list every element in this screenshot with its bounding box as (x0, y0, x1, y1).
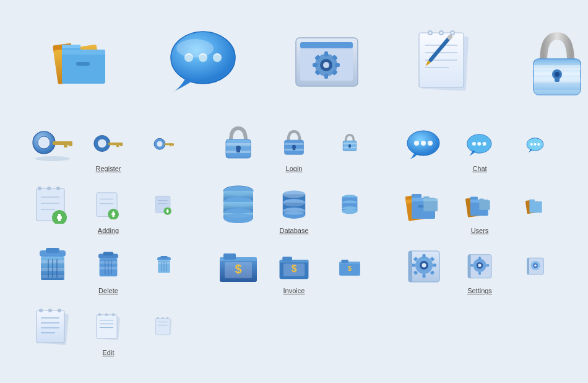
users-folders-large (396, 188, 452, 224)
users-group: Users (396, 188, 563, 234)
chat-bubble-medium (452, 133, 508, 158)
svg-point-90 (483, 142, 486, 146)
svg-point-221 (478, 264, 481, 267)
svg-rect-212 (433, 264, 436, 267)
svg-point-88 (472, 142, 476, 146)
delete-label[interactable]: Delete (98, 287, 118, 294)
svg-rect-46 (534, 65, 581, 70)
adding-notepad-medium (80, 188, 136, 219)
svg-rect-3 (62, 50, 105, 84)
adding-icons (25, 183, 192, 224)
svg-point-253 (157, 317, 159, 319)
svg-rect-223 (478, 272, 481, 275)
svg-rect-24 (313, 63, 318, 67)
delete-invoice-settings-row: Delete (19, 242, 569, 297)
svg-point-44 (451, 32, 454, 34)
svg-rect-7 (76, 62, 90, 66)
svg-point-246 (98, 313, 101, 315)
svg-rect-61 (116, 143, 119, 147)
svg-rect-222 (478, 257, 481, 260)
svg-rect-195 (223, 253, 236, 260)
database-icons (210, 183, 378, 224)
adding-notepad-small (136, 193, 192, 215)
svg-rect-69 (226, 143, 251, 146)
svg-point-137 (283, 199, 305, 206)
svg-rect-185 (160, 256, 167, 258)
chat-bubble-large-icon (167, 30, 241, 97)
svg-rect-101 (58, 214, 61, 221)
delete-trash-medium (80, 249, 136, 280)
settings-book-medium (452, 252, 508, 280)
svg-rect-210 (423, 274, 426, 278)
users-label[interactable]: Users (471, 227, 489, 234)
login-padlock-small (322, 132, 378, 153)
database-small (322, 193, 378, 215)
svg-point-15 (213, 55, 222, 63)
svg-rect-67 (172, 143, 174, 146)
svg-rect-5 (62, 45, 80, 48)
svg-point-94 (537, 143, 540, 146)
svg-rect-200 (282, 257, 292, 262)
svg-point-57 (35, 156, 70, 161)
svg-rect-56 (69, 141, 72, 146)
edit-row: Edit (19, 302, 569, 359)
login-padlock-large (210, 123, 266, 162)
svg-rect-250 (156, 318, 170, 335)
users-folder-large-icon (43, 31, 118, 95)
svg-point-84 (414, 141, 419, 146)
svg-point-128 (223, 213, 253, 223)
svg-point-126 (223, 197, 253, 207)
users-folders-medium (452, 192, 508, 219)
svg-point-208 (422, 263, 426, 268)
large-icons-row (19, 12, 569, 120)
register-label[interactable]: Register (96, 165, 121, 172)
svg-rect-177 (103, 252, 114, 256)
svg-rect-155 (423, 199, 438, 201)
chat-bubble-large (396, 130, 452, 162)
login-padlock-medium (266, 128, 322, 157)
svg-rect-217 (409, 251, 412, 282)
padlock-large-icon (526, 25, 588, 102)
edit-group: Edit (25, 306, 192, 356)
edit-notepad-large (25, 306, 80, 346)
invoice-label[interactable]: Invoice (283, 287, 305, 294)
svg-point-42 (429, 32, 431, 34)
invoice-small: $ (322, 257, 378, 277)
database-medium (266, 188, 322, 219)
users-folders-small (508, 196, 563, 216)
svg-point-59 (98, 139, 106, 147)
svg-point-9 (176, 39, 214, 58)
database-group: Database (210, 183, 378, 234)
svg-rect-226 (468, 255, 471, 278)
svg-rect-165 (529, 201, 542, 213)
svg-rect-116 (167, 209, 168, 213)
svg-rect-66 (170, 143, 171, 146)
database-label[interactable]: Database (279, 227, 308, 234)
svg-rect-168 (46, 248, 59, 253)
register-icons (25, 128, 192, 162)
svg-rect-6 (62, 50, 105, 55)
svg-rect-74 (285, 143, 304, 145)
svg-point-104 (56, 187, 60, 190)
svg-point-230 (534, 265, 537, 267)
svg-point-13 (184, 55, 193, 63)
svg-rect-242 (97, 314, 117, 338)
svg-rect-79 (343, 143, 357, 144)
svg-rect-233 (37, 310, 64, 343)
svg-rect-25 (335, 63, 340, 67)
chat-label[interactable]: Chat (472, 165, 486, 172)
login-label[interactable]: Login (286, 165, 303, 172)
svg-point-145 (342, 209, 358, 214)
svg-text:$: $ (292, 263, 297, 274)
settings-label[interactable]: Settings (467, 287, 492, 294)
register-key-large (25, 128, 80, 162)
svg-rect-22 (324, 51, 328, 56)
svg-point-92 (530, 143, 533, 146)
users-icons (396, 188, 563, 224)
adding-label[interactable]: Adding (98, 227, 119, 234)
svg-point-102 (38, 187, 41, 190)
login-icons (210, 123, 378, 162)
svg-rect-82 (348, 146, 350, 148)
edit-label[interactable]: Edit (103, 349, 115, 356)
svg-rect-72 (236, 148, 240, 152)
